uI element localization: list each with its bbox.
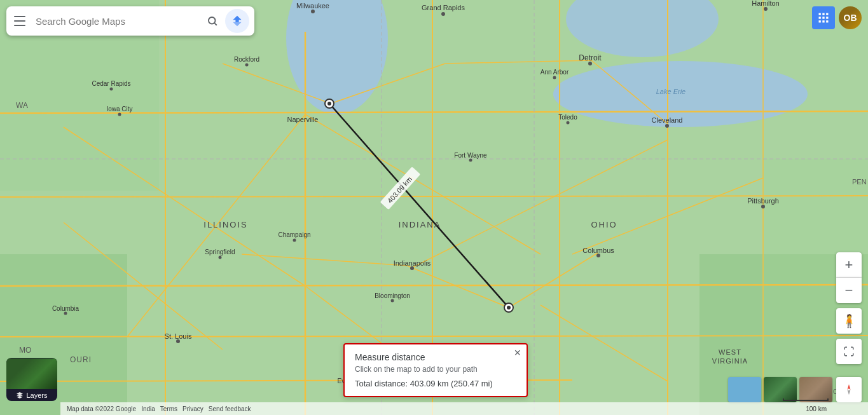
layers-thumbnail — [6, 358, 57, 389]
svg-text:Indianapolis: Indianapolis — [394, 259, 431, 267]
svg-text:PEN: PEN — [852, 178, 867, 186]
svg-text:Hamilton: Hamilton — [752, 0, 779, 7]
svg-text:VIRGINIA: VIRGINIA — [712, 357, 748, 365]
measure-distance-popup: ✕ Measure distance Click on the map to a… — [343, 343, 528, 397]
svg-point-57 — [110, 88, 113, 91]
svg-point-52 — [553, 76, 556, 79]
svg-text:St. Louis: St. Louis — [165, 332, 192, 340]
svg-text:OURI: OURI — [70, 355, 92, 364]
svg-point-44 — [311, 10, 315, 13]
svg-rect-103 — [826, 17, 828, 18]
layers-label: Layers — [16, 389, 47, 400]
svg-text:WA: WA — [16, 101, 28, 110]
svg-text:Iowa City: Iowa City — [106, 105, 132, 112]
svg-point-59 — [118, 113, 121, 116]
svg-line-97 — [214, 23, 216, 25]
privacy-link[interactable]: Privacy — [183, 405, 203, 412]
svg-point-62 — [567, 121, 570, 125]
svg-rect-100 — [826, 13, 828, 15]
map-thumbnail-blue[interactable] — [728, 377, 761, 402]
scale-bar — [783, 398, 829, 401]
svg-point-46 — [441, 12, 445, 16]
svg-point-73 — [293, 239, 296, 242]
svg-marker-107 — [848, 384, 851, 390]
zoom-in-button[interactable]: + — [836, 252, 862, 278]
menu-icon[interactable] — [11, 11, 31, 31]
search-bar — [6, 6, 254, 36]
search-input[interactable] — [31, 16, 202, 27]
svg-text:Champaign: Champaign — [278, 231, 310, 238]
scale-label: 100 km — [806, 405, 827, 412]
zoom-out-button[interactable]: − — [836, 278, 862, 303]
svg-text:Cleveland: Cleveland — [652, 116, 683, 124]
svg-text:Naperville: Naperville — [287, 116, 319, 123]
svg-rect-102 — [822, 17, 824, 18]
map-container[interactable]: 403.09 km Milwaukee Grand Rapids Hamilto… — [0, 0, 868, 415]
svg-text:Rockford: Rockford — [234, 56, 259, 63]
svg-text:Columbus: Columbus — [582, 247, 614, 254]
svg-text:ILLINOIS: ILLINOIS — [203, 220, 247, 229]
directions-icon-btn[interactable] — [225, 9, 249, 33]
india-link[interactable]: India — [141, 405, 155, 412]
svg-text:Pittsburgh: Pittsburgh — [747, 197, 779, 205]
measure-title: Measure distance — [355, 352, 516, 362]
svg-point-75 — [219, 256, 222, 259]
svg-text:OHIO: OHIO — [591, 220, 617, 229]
svg-text:Fort Wayne: Fort Wayne — [454, 152, 487, 159]
svg-text:Detroit: Detroit — [579, 53, 602, 62]
bottom-bar: Map data ©2022 Google India Terms Privac… — [60, 402, 868, 415]
compass-button[interactable] — [836, 377, 862, 402]
layers-button[interactable]: Layers — [6, 358, 57, 401]
svg-point-68 — [761, 205, 765, 208]
svg-text:Columbia: Columbia — [52, 305, 79, 312]
measure-hint: Click on the map to add to your path — [355, 365, 516, 374]
svg-point-55 — [245, 64, 249, 67]
svg-point-41 — [507, 306, 511, 310]
svg-text:Grand Rapids: Grand Rapids — [422, 4, 465, 11]
svg-point-48 — [764, 7, 768, 11]
svg-point-96 — [209, 17, 216, 24]
pegman-button[interactable]: 🧍 — [836, 308, 862, 334]
svg-text:MO: MO — [19, 346, 31, 355]
svg-point-83 — [391, 299, 394, 303]
send-feedback-link[interactable]: Send feedback — [209, 405, 251, 412]
svg-text:Milwaukee: Milwaukee — [296, 2, 329, 10]
svg-point-64 — [665, 124, 669, 128]
svg-point-66 — [469, 159, 472, 162]
svg-text:Ann Arbor: Ann Arbor — [541, 69, 569, 76]
terms-link[interactable]: Terms — [160, 405, 177, 412]
svg-text:Springfield: Springfield — [205, 248, 235, 255]
svg-point-81 — [64, 312, 67, 315]
grid-icon[interactable] — [812, 6, 835, 29]
svg-point-39 — [327, 102, 331, 105]
svg-rect-99 — [822, 13, 824, 15]
svg-marker-108 — [848, 390, 851, 395]
svg-rect-106 — [826, 20, 828, 22]
svg-text:Cedar Rapids: Cedar Rapids — [92, 80, 130, 87]
svg-rect-98 — [819, 13, 821, 15]
svg-text:Bloomington: Bloomington — [375, 292, 410, 299]
svg-rect-105 — [822, 20, 824, 22]
svg-rect-101 — [819, 17, 821, 18]
measure-distance-value: Total distance: 403.09 km (250.47 mi) — [355, 379, 516, 388]
fullscreen-button[interactable] — [836, 339, 862, 364]
user-avatar[interactable]: OB — [839, 6, 862, 29]
measure-close-button[interactable]: ✕ — [514, 348, 521, 357]
svg-text:INDIANA: INDIANA — [399, 220, 441, 229]
svg-text:WEST: WEST — [719, 348, 741, 356]
svg-text:Toledo: Toledo — [558, 114, 577, 121]
zoom-controls: + − — [836, 252, 862, 303]
map-data-label: Map data ©2022 Google — [67, 405, 136, 412]
scale-line — [783, 398, 829, 401]
search-icon-btn[interactable] — [202, 11, 223, 31]
svg-rect-104 — [819, 20, 821, 22]
svg-text:Lake Erie: Lake Erie — [656, 88, 685, 95]
